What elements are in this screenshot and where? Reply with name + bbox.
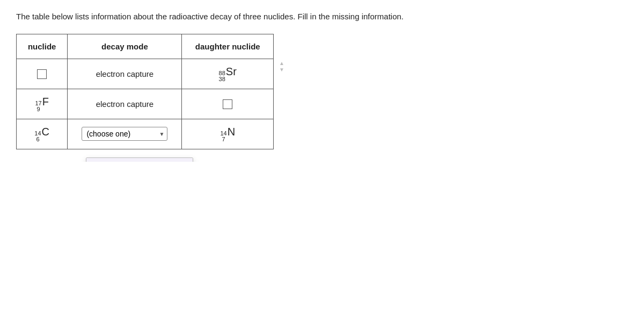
decay-select-wrapper[interactable]: (choose one) alpha emission alpha absorp… [82, 127, 167, 141]
daughter-cell-3: 14 7 N [182, 119, 274, 149]
col-header-decay: decay mode [68, 34, 182, 59]
nuclide-2-symbol: F [42, 96, 49, 108]
nuclide-2: 17 9 F [35, 96, 48, 112]
nuclide-3-atomic: 6 [34, 137, 41, 142]
empty-square-nuclide-1 [37, 69, 47, 79]
nuclide-cell-2: 17 9 F [17, 89, 68, 119]
decay-cell-1: electron capture [68, 59, 182, 89]
intro-text: The table below lists information about … [16, 11, 628, 23]
nuclide-3-symbol: C [42, 126, 49, 138]
decay-cell-2: electron capture [68, 89, 182, 119]
nuclide-cell-3: 14 6 C [17, 119, 68, 149]
daughter-1-mass: 88 [219, 70, 225, 76]
nuclide-3-numbers: 14 6 [34, 131, 41, 142]
nuclide-2-numbers: 17 9 [35, 100, 41, 112]
daughter-cell-1: 88 38 Sr [182, 59, 274, 89]
daughter-cell-2 [182, 89, 274, 119]
decay-cell-3[interactable]: (choose one) alpha emission alpha absorp… [68, 119, 182, 149]
table-wrapper: nuclide decay mode daughter nuclide elec… [16, 34, 274, 149]
decay-mode-label-1: electron capture [96, 69, 154, 78]
empty-square-daughter-2 [223, 99, 232, 109]
decay-mode-label-2: electron capture [96, 99, 154, 109]
daughter-3-symbol: N [228, 126, 235, 138]
daughter-3-numbers: 14 7 [220, 131, 226, 142]
table-row: 17 9 F electron capture [17, 89, 274, 119]
daughter-3-mass: 14 [220, 131, 226, 137]
nuclide-3: 14 6 C [34, 126, 49, 142]
nuclide-2-atomic: 9 [35, 106, 41, 112]
daughter-3-atomic: 7 [220, 137, 226, 142]
daughter-1-atomic: 38 [219, 76, 225, 82]
nuclide-table: nuclide decay mode daughter nuclide elec… [16, 34, 274, 149]
daughter-nuclide-1: 88 38 Sr [219, 66, 237, 82]
decay-mode-select[interactable]: (choose one) alpha emission alpha absorp… [82, 127, 167, 141]
daughter-1-numbers: 88 38 [219, 70, 225, 82]
nuclide-3-mass: 14 [34, 131, 41, 137]
dropdown-item-choose-one[interactable]: ✓ (choose one) [86, 158, 193, 162]
table-row: electron capture 88 38 Sr [17, 59, 274, 89]
nuclide-2-mass: 17 [35, 100, 41, 106]
col-header-daughter: daughter nuclide [182, 34, 274, 59]
scroll-down-icon: ▼ [279, 67, 284, 73]
scroll-up-icon: ▲ [279, 61, 284, 66]
daughter-1-symbol: Sr [226, 66, 237, 78]
nuclide-cell-1 [17, 59, 68, 89]
daughter-nuclide-3: 14 7 N [220, 126, 235, 142]
scroll-indicator: ▲ ▼ [279, 61, 284, 73]
col-header-nuclide: nuclide [17, 34, 68, 59]
dropdown-popup: ✓ (choose one) alpha emission alpha abso… [86, 157, 193, 162]
table-row: 14 6 C (choose one) alpha emission alpha… [17, 119, 274, 149]
